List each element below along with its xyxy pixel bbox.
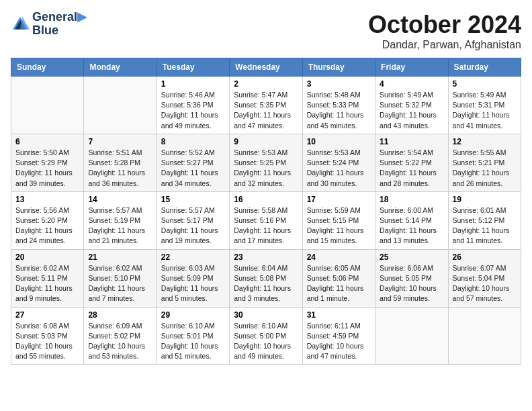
- day-number: 1: [161, 79, 225, 89]
- calendar-cell: 23Sunrise: 6:04 AMSunset: 5:08 PMDayligh…: [230, 249, 302, 307]
- calendar-cell: 1Sunrise: 5:46 AMSunset: 5:36 PMDaylight…: [157, 77, 229, 134]
- calendar-col-header: Thursday: [302, 58, 375, 77]
- day-info: Sunrise: 5:52 AMSunset: 5:27 PMDaylight:…: [161, 148, 225, 189]
- day-info: Sunrise: 6:00 AMSunset: 5:14 PMDaylight:…: [380, 205, 443, 246]
- calendar-cell: 18Sunrise: 6:00 AMSunset: 5:14 PMDayligh…: [375, 191, 448, 249]
- day-number: 28: [88, 310, 152, 320]
- day-number: 23: [234, 253, 298, 262]
- day-info: Sunrise: 5:49 AMSunset: 5:31 PMDaylight:…: [453, 90, 517, 131]
- location-title: Dandar, Parwan, Afghanistan: [368, 39, 521, 51]
- day-number: 17: [307, 195, 371, 204]
- calendar-cell: 3Sunrise: 5:48 AMSunset: 5:33 PMDaylight…: [302, 77, 375, 134]
- day-number: 26: [453, 253, 517, 262]
- day-info: Sunrise: 5:51 AMSunset: 5:28 PMDaylight:…: [88, 148, 152, 189]
- month-title: October 2024: [368, 11, 521, 39]
- day-number: 2: [234, 79, 298, 89]
- day-info: Sunrise: 6:02 AMSunset: 5:10 PMDaylight:…: [88, 263, 152, 304]
- day-info: Sunrise: 5:53 AMSunset: 5:24 PMDaylight:…: [307, 148, 371, 189]
- day-info: Sunrise: 5:46 AMSunset: 5:36 PMDaylight:…: [161, 90, 225, 131]
- day-info: Sunrise: 6:10 AMSunset: 5:01 PMDaylight:…: [161, 321, 225, 362]
- day-number: 20: [15, 253, 79, 262]
- day-number: 30: [234, 310, 298, 320]
- calendar-col-header: Wednesday: [230, 58, 302, 77]
- day-info: Sunrise: 5:57 AMSunset: 5:17 PMDaylight:…: [161, 205, 225, 246]
- calendar-cell: 28Sunrise: 6:09 AMSunset: 5:02 PMDayligh…: [84, 307, 157, 365]
- calendar-col-header: Saturday: [448, 58, 521, 77]
- calendar-cell: 21Sunrise: 6:02 AMSunset: 5:10 PMDayligh…: [84, 249, 157, 307]
- calendar-cell: 31Sunrise: 6:11 AMSunset: 4:59 PMDayligh…: [302, 307, 375, 365]
- day-info: Sunrise: 5:49 AMSunset: 5:32 PMDaylight:…: [380, 90, 443, 131]
- day-info: Sunrise: 6:10 AMSunset: 5:00 PMDaylight:…: [234, 321, 298, 362]
- calendar-cell: 20Sunrise: 6:02 AMSunset: 5:11 PMDayligh…: [11, 249, 84, 307]
- calendar-cell: 15Sunrise: 5:57 AMSunset: 5:17 PMDayligh…: [157, 191, 229, 249]
- day-number: 14: [88, 195, 152, 204]
- calendar-cell: 27Sunrise: 6:08 AMSunset: 5:03 PMDayligh…: [11, 307, 84, 365]
- logo-text: General▶ Blue: [32, 11, 87, 38]
- calendar-cell: 22Sunrise: 6:03 AMSunset: 5:09 PMDayligh…: [157, 249, 229, 307]
- day-info: Sunrise: 5:50 AMSunset: 5:29 PMDaylight:…: [15, 148, 79, 189]
- day-info: Sunrise: 6:08 AMSunset: 5:03 PMDaylight:…: [15, 321, 79, 362]
- calendar-week-row: 6Sunrise: 5:50 AMSunset: 5:29 PMDaylight…: [11, 134, 521, 191]
- logo-icon: [11, 15, 30, 34]
- calendar-cell: 9Sunrise: 5:53 AMSunset: 5:25 PMDaylight…: [230, 134, 302, 191]
- day-info: Sunrise: 6:03 AMSunset: 5:09 PMDaylight:…: [161, 263, 225, 304]
- day-info: Sunrise: 5:55 AMSunset: 5:21 PMDaylight:…: [453, 148, 517, 189]
- day-number: 18: [380, 195, 443, 204]
- day-number: 12: [453, 137, 517, 146]
- calendar-cell: 29Sunrise: 6:10 AMSunset: 5:01 PMDayligh…: [157, 307, 229, 365]
- calendar-cell: [11, 77, 84, 134]
- day-number: 3: [307, 79, 371, 89]
- day-number: 13: [15, 195, 79, 204]
- calendar-cell: 19Sunrise: 6:01 AMSunset: 5:12 PMDayligh…: [448, 191, 521, 249]
- calendar-cell: 24Sunrise: 6:05 AMSunset: 5:06 PMDayligh…: [302, 249, 375, 307]
- day-info: Sunrise: 6:04 AMSunset: 5:08 PMDaylight:…: [234, 263, 298, 304]
- calendar-cell: 5Sunrise: 5:49 AMSunset: 5:31 PMDaylight…: [448, 77, 521, 134]
- calendar-header-row: SundayMondayTuesdayWednesdayThursdayFrid…: [11, 58, 521, 77]
- day-number: 6: [15, 137, 79, 146]
- day-info: Sunrise: 6:01 AMSunset: 5:12 PMDaylight:…: [453, 205, 517, 246]
- calendar-body: 1Sunrise: 5:46 AMSunset: 5:36 PMDaylight…: [11, 77, 521, 365]
- day-info: Sunrise: 6:07 AMSunset: 5:04 PMDaylight:…: [453, 263, 517, 304]
- calendar-cell: 13Sunrise: 5:56 AMSunset: 5:20 PMDayligh…: [11, 191, 84, 249]
- day-number: 11: [380, 137, 443, 146]
- calendar-table: SundayMondayTuesdayWednesdayThursdayFrid…: [11, 58, 521, 365]
- page-header: General▶ Blue October 2024 Dandar, Parwa…: [11, 11, 521, 51]
- calendar-cell: 26Sunrise: 6:07 AMSunset: 5:04 PMDayligh…: [448, 249, 521, 307]
- calendar-cell: 25Sunrise: 6:06 AMSunset: 5:05 PMDayligh…: [375, 249, 448, 307]
- calendar-cell: 4Sunrise: 5:49 AMSunset: 5:32 PMDaylight…: [375, 77, 448, 134]
- calendar-cell: 10Sunrise: 5:53 AMSunset: 5:24 PMDayligh…: [302, 134, 375, 191]
- calendar-week-row: 27Sunrise: 6:08 AMSunset: 5:03 PMDayligh…: [11, 307, 521, 365]
- calendar-cell: 11Sunrise: 5:54 AMSunset: 5:22 PMDayligh…: [375, 134, 448, 191]
- day-number: 4: [380, 79, 443, 89]
- day-number: 7: [88, 137, 152, 146]
- calendar-col-header: Friday: [375, 58, 448, 77]
- day-number: 19: [453, 195, 517, 204]
- day-number: 8: [161, 137, 225, 146]
- title-block: October 2024 Dandar, Parwan, Afghanistan: [368, 11, 521, 51]
- calendar-week-row: 13Sunrise: 5:56 AMSunset: 5:20 PMDayligh…: [11, 191, 521, 249]
- day-number: 21: [88, 253, 152, 262]
- calendar-cell: [375, 307, 448, 365]
- calendar-col-header: Tuesday: [157, 58, 229, 77]
- calendar-cell: 14Sunrise: 5:57 AMSunset: 5:19 PMDayligh…: [84, 191, 157, 249]
- day-number: 16: [234, 195, 298, 204]
- day-number: 27: [15, 310, 79, 320]
- day-info: Sunrise: 5:57 AMSunset: 5:19 PMDaylight:…: [88, 205, 152, 246]
- day-info: Sunrise: 5:59 AMSunset: 5:15 PMDaylight:…: [307, 205, 371, 246]
- day-info: Sunrise: 5:58 AMSunset: 5:16 PMDaylight:…: [234, 205, 298, 246]
- calendar-cell: 16Sunrise: 5:58 AMSunset: 5:16 PMDayligh…: [230, 191, 302, 249]
- calendar-cell: 30Sunrise: 6:10 AMSunset: 5:00 PMDayligh…: [230, 307, 302, 365]
- day-number: 22: [161, 253, 225, 262]
- calendar-cell: [84, 77, 157, 134]
- calendar-col-header: Monday: [84, 58, 157, 77]
- day-number: 24: [307, 253, 371, 262]
- day-number: 5: [453, 79, 517, 89]
- svg-marker-2: [20, 17, 30, 30]
- day-info: Sunrise: 5:53 AMSunset: 5:25 PMDaylight:…: [234, 148, 298, 189]
- calendar-cell: 7Sunrise: 5:51 AMSunset: 5:28 PMDaylight…: [84, 134, 157, 191]
- day-info: Sunrise: 6:06 AMSunset: 5:05 PMDaylight:…: [380, 263, 443, 304]
- calendar-cell: 12Sunrise: 5:55 AMSunset: 5:21 PMDayligh…: [448, 134, 521, 191]
- calendar-week-row: 20Sunrise: 6:02 AMSunset: 5:11 PMDayligh…: [11, 249, 521, 307]
- day-info: Sunrise: 6:02 AMSunset: 5:11 PMDaylight:…: [15, 263, 79, 304]
- day-info: Sunrise: 5:47 AMSunset: 5:35 PMDaylight:…: [234, 90, 298, 131]
